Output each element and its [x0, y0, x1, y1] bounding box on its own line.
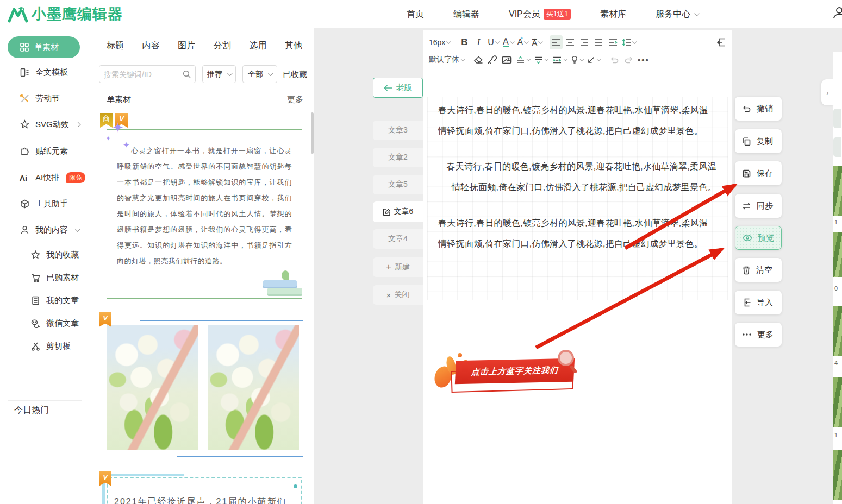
space-below-button[interactable]	[532, 53, 549, 67]
tab-divider[interactable]: 分割	[214, 40, 231, 52]
redo-icon[interactable]	[622, 53, 635, 67]
space-above-button[interactable]	[514, 53, 531, 67]
undo-action-button[interactable]: 撤销	[735, 97, 782, 121]
insert-arrow-button[interactable]	[585, 53, 601, 67]
account-icon[interactable]	[832, 5, 842, 20]
save-action-button[interactable]: 保存	[735, 161, 782, 185]
letter-spacing-button[interactable]: A̅→	[530, 35, 543, 49]
align-center-button[interactable]	[564, 35, 577, 49]
top-header: 小墨鹰编辑器 首页 编辑器 VIP会员 买1送1 素材库 服务中心	[0, 0, 842, 28]
more-tools-button[interactable]: •••	[636, 53, 651, 67]
collected-link[interactable]: 已收藏	[283, 70, 307, 80]
sidebar-item-svg-animation[interactable]: s SVG动效	[20, 119, 80, 130]
line-spacing-button[interactable]	[620, 35, 637, 49]
nav-vip[interactable]: VIP会员 买1送1	[509, 9, 571, 20]
search-input[interactable]	[104, 70, 180, 79]
eraser-icon[interactable]	[472, 53, 485, 67]
tab-selected[interactable]: 选用	[249, 40, 266, 52]
tab-image[interactable]: 图片	[178, 40, 195, 52]
sidebar-item-wechat-articles[interactable]: 微信文章	[30, 318, 79, 329]
collapse-panel-handle[interactable]: ›	[821, 79, 834, 105]
italic-button[interactable]: I	[472, 35, 485, 49]
tab-content[interactable]: 内容	[142, 40, 160, 52]
old-version-button[interactable]: 老版	[373, 78, 423, 98]
vip-promo-badge: 买1送1	[544, 9, 571, 20]
sidebar-item-today-hot[interactable]: 今日热门	[14, 405, 49, 416]
editor-paragraph-2[interactable]: 春天诗行,春日的暖色,镀亮乡村的风景,迎春花吐艳,水仙草滴翠,柔风温情轻抚面颊,…	[438, 156, 716, 198]
underline-button[interactable]: U	[486, 35, 500, 49]
clear-action-button[interactable]: 清空	[735, 258, 782, 282]
sidebar-item-clipboard[interactable]: 剪切板	[30, 341, 71, 351]
left-sidebar: 单素材 全文模板 劳动节 s SVG动效	[0, 28, 92, 504]
sort-filter-dropdown[interactable]: 推荐	[202, 65, 236, 83]
person-icon	[20, 225, 30, 235]
gallery-thumb[interactable]	[833, 377, 842, 427]
chevron-down-icon	[694, 11, 700, 16]
text-effect-button[interactable]: A✦	[516, 35, 529, 49]
scope-filter-dropdown[interactable]: 全部	[242, 65, 277, 83]
more-action-button[interactable]: 更多	[735, 323, 782, 346]
plus-icon: +	[386, 262, 391, 273]
preview-action-button[interactable]: 预览	[735, 226, 782, 250]
sidebar-item-sticker[interactable]: 贴纸元素	[20, 146, 68, 156]
panel-scrollbar[interactable]	[311, 112, 314, 154]
exit-editor-button[interactable]	[715, 35, 728, 49]
gallery-thumb[interactable]	[833, 166, 842, 216]
align-justify-button[interactable]	[592, 35, 605, 49]
nav-material-library[interactable]: 素材库	[600, 9, 626, 20]
editor-paragraph-3[interactable]: 春天诗行,春日的暖色,镀亮乡村的风景,迎春花吐艳,水仙草滴翠,柔风温情轻抚面颊,…	[438, 213, 716, 254]
editor-content[interactable]: 春天诗行,春日的暖色,镀亮乡村的风景,迎春花吐艳,水仙草滴翠,柔风温情轻抚面颊,…	[423, 72, 732, 504]
image-icon[interactable]	[500, 53, 513, 67]
more-link[interactable]: 更多	[287, 94, 303, 105]
cart-icon	[30, 273, 41, 283]
sidebar-item-labor-day[interactable]: 劳动节	[20, 93, 60, 104]
search-icon[interactable]	[182, 70, 191, 79]
highlight-lamp-button[interactable]	[569, 53, 584, 67]
font-size-select[interactable]: 16px	[427, 35, 451, 49]
indent-button[interactable]	[606, 35, 619, 49]
gallery-thumb[interactable]	[833, 450, 842, 500]
asset-tabs: 标题 内容 图片 分割 选用 其他	[107, 40, 302, 52]
flower-image-right[interactable]	[208, 325, 299, 450]
follow-us-banner[interactable]: 点击上方蓝字关注我们	[434, 352, 586, 395]
article-tab-2[interactable]: 文章2	[373, 148, 423, 167]
sidebar-item-my-articles[interactable]: 我的文章	[30, 295, 79, 306]
sidebar-item-single-material[interactable]: 单素材	[8, 36, 80, 58]
sidebar-item-my-favorites[interactable]: 我的收藏	[30, 250, 79, 260]
material-card-text[interactable]: 心灵之窗打开一本书，就是打开一扇窗，让心灵呼吸新鲜的空气。感受世界的不同面貌智慧…	[107, 129, 302, 299]
sidebar-item-ai-layout[interactable]: Λi AI快排 限免	[20, 172, 85, 183]
sidebar-item-my-content[interactable]: 我的内容	[20, 225, 79, 235]
font-color-button[interactable]: A	[501, 35, 515, 49]
close-article-tab[interactable]: × 关闭	[373, 285, 423, 305]
align-right-button[interactable]	[578, 35, 591, 49]
align-left-button[interactable]	[550, 35, 563, 49]
copy-action-button[interactable]: 复制	[735, 129, 782, 153]
nav-editor[interactable]: 编辑器	[453, 9, 479, 20]
nav-home[interactable]: 首页	[407, 9, 424, 20]
flower-image-left[interactable]	[107, 325, 198, 450]
new-article-tab[interactable]: + 新建	[373, 257, 423, 277]
sync-action-button[interactable]: 同步	[735, 194, 782, 218]
tab-other[interactable]: 其他	[285, 40, 302, 52]
editor-paragraph-1[interactable]: 春天诗行,春日的暖色,镀亮乡村的风景,迎春花吐艳,水仙草滴翠,柔风温情轻抚面颊,…	[438, 100, 716, 141]
format-brush-icon[interactable]	[486, 53, 499, 67]
import-action-button[interactable]: 导入	[735, 291, 782, 314]
editor-text-block: 春天诗行,春日的暖色,镀亮乡村的风景,迎春花吐艳,水仙草滴翠,柔风温情轻抚面颊,…	[438, 100, 716, 269]
sidebar-item-tool-helper[interactable]: 工具助手	[20, 199, 68, 209]
article-tab-3[interactable]: 文章3	[373, 121, 423, 140]
toolbar-row-2: 默认字体	[427, 51, 728, 68]
sidebar-item-purchased[interactable]: 已购素材	[30, 273, 79, 283]
article-tab-5[interactable]: 文章5	[373, 175, 423, 194]
bold-button[interactable]: B	[458, 35, 471, 49]
gallery-thumb[interactable]	[833, 306, 842, 356]
font-family-select[interactable]: 默认字体	[427, 53, 465, 67]
brand-logo[interactable]: 小墨鹰编辑器	[8, 4, 123, 24]
margin-button[interactable]	[550, 53, 568, 67]
article-tab-4[interactable]: 文章4	[373, 229, 423, 249]
sidebar-item-full-template[interactable]: 全文模板	[20, 67, 68, 78]
article-tab-6-active[interactable]: 文章6	[373, 201, 423, 222]
undo-icon[interactable]	[608, 53, 621, 67]
tab-title[interactable]: 标题	[107, 40, 124, 52]
gallery-thumb[interactable]	[833, 232, 842, 277]
nav-service-center[interactable]: 服务中心	[656, 9, 698, 20]
